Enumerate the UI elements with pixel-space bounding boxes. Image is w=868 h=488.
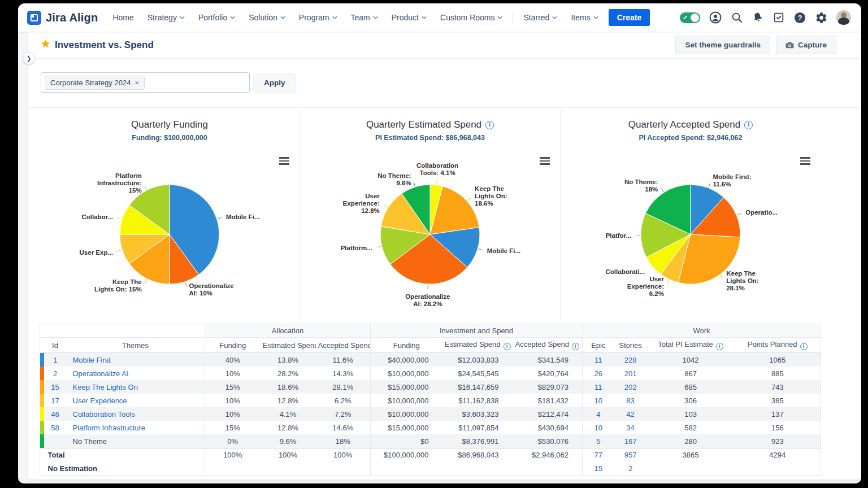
label-connector [145,279,147,283]
capture-button[interactable]: Capture [776,36,836,54]
cell: 885 [735,367,821,380]
favorite-star-icon[interactable] [41,39,50,51]
chart-context-menu-button[interactable] [800,155,810,167]
theme-id-link[interactable]: 2 [53,369,57,378]
settings-gear-icon[interactable] [815,11,828,24]
work-count-link[interactable]: 10 [594,396,602,405]
themes-table-section: Allocation Investment and Spend Work IdT… [40,324,861,476]
cell: 4.1% [261,407,316,421]
nav-item-program[interactable]: Program [299,13,337,22]
theme-id-link[interactable]: 15 [51,383,59,391]
label-connector [721,275,723,279]
nav-item-custom-rooms[interactable]: Custom Rooms [440,13,502,22]
theme-id-link[interactable]: 58 [51,424,59,432]
work-count-link[interactable]: 2 [628,464,632,473]
theme-id-link[interactable]: 1 [53,356,57,364]
set-theme-guardrails-button[interactable]: Set theme guardrails [675,36,770,54]
work-count-link[interactable]: 167 [624,437,637,446]
theme-link[interactable]: User Experience [73,396,127,405]
cell: $420,764 [513,367,583,380]
chart-context-menu-button[interactable] [540,155,550,167]
sidebar-expand-button[interactable]: ❯ [23,52,35,64]
apply-button[interactable]: Apply [253,73,296,93]
theme-cell: User Experience [66,394,205,407]
work-count-link[interactable]: 34 [626,424,634,432]
work-count-link[interactable]: 26 [594,369,602,378]
nav-item-solution[interactable]: Solution [249,13,285,22]
chevron-down-icon [373,16,378,19]
work-count-link[interactable]: 11 [594,356,602,364]
theme-link[interactable]: Platform Infrastructure [73,424,146,432]
create-button[interactable]: Create [609,9,650,26]
id-cell: 2 [45,367,66,380]
cell: 743 [735,380,821,394]
nav-item-home[interactable]: Home [112,13,133,22]
theme-link[interactable]: Mobile First [73,356,111,364]
work-count-link[interactable]: 11 [594,383,602,391]
work-count-link[interactable]: 15 [594,464,602,473]
theme-filter-input[interactable]: Corporate Strategy 2024 × [41,72,250,93]
work-count-link[interactable]: 201 [624,369,637,378]
chart-context-menu-button[interactable] [279,155,289,167]
help-icon[interactable]: ? [793,11,806,24]
jira-align-logo[interactable]: Jira Align [27,11,98,25]
work-count-link[interactable]: 957 [624,451,637,459]
info-icon[interactable]: i [744,121,753,129]
search-icon[interactable] [731,11,743,24]
nav-item-starred[interactable]: Starred [523,13,557,22]
label-connector [478,249,483,250]
chart-quarterly-estimated-spend: Quarterly Estimated Spend i PI Estimated… [300,109,560,320]
user-avatar[interactable] [836,10,851,25]
nav-item-product[interactable]: Product [392,13,427,22]
cell: $341,549 [513,353,583,367]
work-count-link[interactable]: 10 [594,424,602,432]
theme-link[interactable]: Keep The Lights On [73,383,138,391]
info-icon[interactable]: i [572,343,579,350]
info-icon[interactable]: i [504,343,511,350]
pie-label: User Exp... [80,249,113,256]
total-cell: 3865 [647,448,735,462]
brand-name: Jira Align [46,11,98,24]
cell: 28.1% [316,380,371,394]
cell: 103 [647,407,735,421]
chevron-down-icon [332,16,337,19]
work-count-link[interactable]: 77 [594,451,602,459]
status-toggle-icon[interactable]: ✓ [680,12,700,23]
tasks-checkbox-icon[interactable] [772,11,785,24]
nav-item-team[interactable]: Team [351,13,378,22]
cell: $40,000,000 [371,353,442,367]
cell: $12,033,833 [442,353,513,367]
total-cell: 100% [316,448,371,462]
account-icon[interactable] [709,11,722,24]
notifications-bell-icon[interactable] [752,11,764,24]
work-count-link[interactable]: 228 [624,356,637,364]
theme-id-link[interactable]: 46 [51,410,59,419]
filter-tag[interactable]: Corporate Strategy 2024 × [45,76,145,90]
nav-item-strategy[interactable]: Strategy [147,13,185,22]
cell: 13.8% [261,353,316,367]
info-icon[interactable]: i [485,121,494,129]
nav-item-portfolio[interactable]: Portfolio [198,13,235,22]
pie-label: Mobile Fi... [487,247,520,254]
chart-quarterly-accepted-spend: Quarterly Accepted Spend i PI Accepted S… [560,109,821,320]
filter-section: Corporate Strategy 2024 × Apply [28,59,861,108]
work-count-link[interactable]: 202 [624,383,637,391]
theme-cell: Mobile First [66,353,205,367]
pie-label: UserExperience:12.8% [343,193,380,214]
theme-link[interactable]: Operationalize AI [73,369,129,378]
label-connector [661,188,663,192]
info-icon[interactable]: i [800,343,808,350]
info-icon[interactable]: i [716,343,723,350]
table-group-header: Allocation Investment and Spend Work [40,324,821,338]
theme-id-link[interactable]: 17 [51,396,59,405]
work-count-link[interactable]: 5 [596,437,600,446]
work-count-link[interactable]: 42 [626,410,634,419]
work-count-link[interactable]: 4 [596,410,600,419]
table-row-mobile-first: 1Mobile First40%13.8%11.6%$40,000,000$12… [40,353,821,367]
label-connector [218,217,222,219]
remove-tag-icon[interactable]: × [134,79,139,86]
theme-link[interactable]: Collaboration Tools [73,410,135,419]
nav-item-items[interactable]: Items [571,13,598,22]
work-count-link[interactable]: 83 [626,396,634,405]
column-header-epic: Epic [583,338,614,353]
